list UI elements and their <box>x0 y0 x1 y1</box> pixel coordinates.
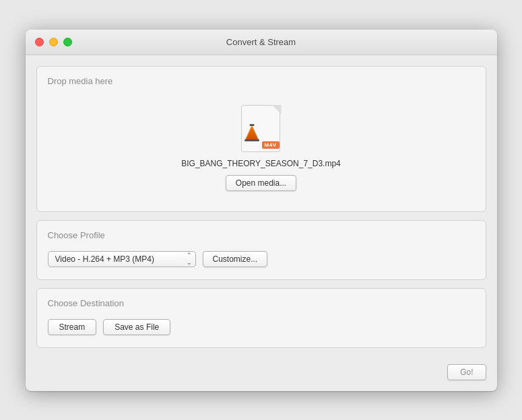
destination-panel: Choose Destination Stream Save as File <box>36 288 486 348</box>
vlc-cone-svg <box>242 120 262 146</box>
svg-rect-5 <box>249 124 254 126</box>
file-type-label: M4V <box>262 141 280 149</box>
file-icon: M4V <box>241 105 282 153</box>
customize-button[interactable]: Customize... <box>203 251 268 267</box>
svg-marker-1 <box>245 125 259 139</box>
profile-title: Choose Profile <box>48 230 475 240</box>
file-icon-body: M4V <box>241 105 280 152</box>
profile-area: Video - H.264 + MP3 (MP4) Video - H.265 … <box>48 248 475 270</box>
svg-rect-4 <box>244 139 259 141</box>
drop-media-title: Drop media here <box>48 76 475 86</box>
stream-button[interactable]: Stream <box>48 319 97 335</box>
bottom-bar: Go! <box>26 359 497 391</box>
open-media-button[interactable]: Open media... <box>226 175 296 191</box>
profile-panel: Choose Profile Video - H.264 + MP3 (MP4)… <box>36 220 486 280</box>
save-as-file-button[interactable]: Save as File <box>103 319 170 335</box>
titlebar: Convert & Stream <box>26 30 497 55</box>
window-content: Drop media here <box>26 55 497 359</box>
minimize-button[interactable] <box>49 38 58 46</box>
file-name: BIG_BANG_THEORY_SEASON_7_D3.mp4 <box>181 159 341 168</box>
profile-select[interactable]: Video - H.264 + MP3 (MP4) Video - H.265 … <box>48 251 196 267</box>
window-title: Convert & Stream <box>226 37 296 47</box>
window-controls <box>26 38 72 46</box>
go-button[interactable]: Go! <box>447 364 486 380</box>
drop-media-panel: Drop media here <box>36 66 486 212</box>
profile-select-wrapper: Video - H.264 + MP3 (MP4) Video - H.265 … <box>48 251 196 267</box>
drop-area: M4V BIG_BANG_THEORY_SEASON_7_D3.mp4 Open… <box>48 94 475 202</box>
destination-area: Stream Save as File <box>48 316 475 338</box>
maximize-button[interactable] <box>63 38 72 46</box>
main-window: Convert & Stream Drop media here <box>26 30 497 391</box>
close-button[interactable] <box>35 38 44 46</box>
destination-title: Choose Destination <box>48 298 475 308</box>
